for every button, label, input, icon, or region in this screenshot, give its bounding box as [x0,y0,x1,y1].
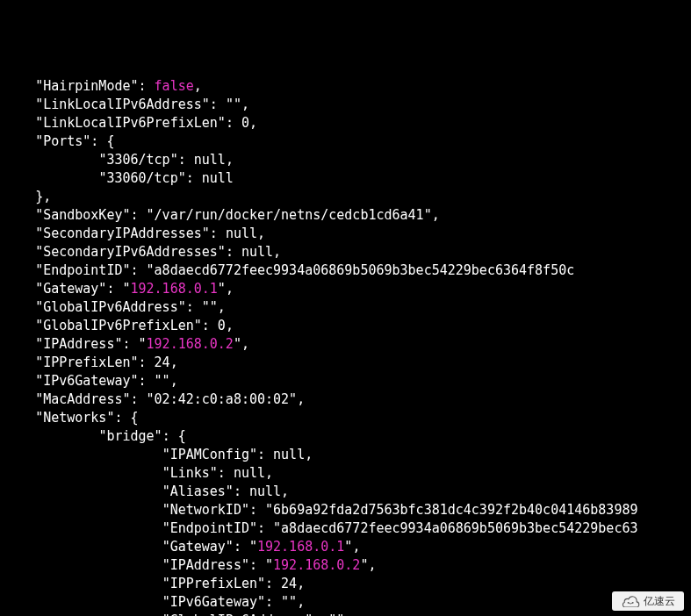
json-line: "IPPrefixLen": 24, [4,354,691,372]
json-line: "IPPrefixLen": 24, [4,575,691,593]
watermark-badge: 亿速云 [612,591,684,611]
json-line: }, [4,188,691,206]
json-line: "NetworkID": "6b69a92fda2d7563bfc381dc4c… [4,501,691,519]
json-line: "EndpointID": "a8daecd6772feec9934a06869… [4,519,691,538]
json-line: "IPv6Gateway": "", [4,372,691,390]
json-line: "SecondaryIPv6Addresses": null, [4,243,691,261]
json-line: "GlobalIPv6Address": "", [4,612,691,616]
json-line: "3306/tcp": null, [4,151,691,169]
json-line: "Networks": { [4,409,691,427]
json-line: "Ports": { [4,133,691,151]
terminal-output: "HairpinMode": false, "LinkLocalIPv6Addr… [0,74,691,616]
json-line: "33060/tcp": null [4,169,691,188]
json-line: "SandboxKey": "/var/run/docker/netns/ced… [4,206,691,225]
json-line: "Links": null, [4,464,691,483]
json-line: "HairpinMode": false, [4,77,691,96]
json-line: "IPv6Gateway": "", [4,593,691,612]
json-line: "GlobalIPv6Address": "", [4,298,691,317]
json-line: "MacAddress": "02:42:c0:a8:00:02", [4,390,691,409]
json-line: "LinkLocalIPv6PrefixLen": 0, [4,114,691,133]
json-line: "Gateway": "192.168.0.1", [4,280,691,298]
cloud-icon [622,595,641,607]
json-line: "EndpointID": "a8daecd6772feec9934a06869… [4,261,691,280]
json-line: "IPAMConfig": null, [4,446,691,464]
json-line: "SecondaryIPAddresses": null, [4,225,691,243]
json-line: "GlobalIPv6PrefixLen": 0, [4,317,691,335]
json-line: "IPAddress": "192.168.0.2", [4,335,691,354]
json-line: "bridge": { [4,427,691,446]
json-line: "IPAddress": "192.168.0.2", [4,556,691,575]
watermark-text: 亿速云 [644,592,675,611]
json-line: "Gateway": "192.168.0.1", [4,538,691,556]
json-line: "Aliases": null, [4,483,691,501]
json-line: "LinkLocalIPv6Address": "", [4,96,691,114]
